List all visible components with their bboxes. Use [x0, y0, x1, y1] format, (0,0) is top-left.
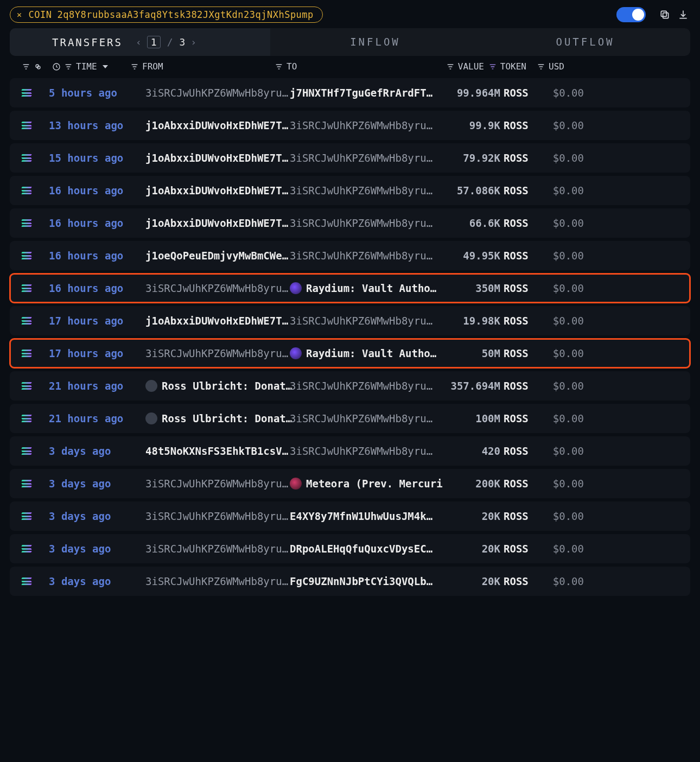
from-cell[interactable]: j1oAbxxiDUWvoHxEDhWE7T…	[145, 119, 290, 131]
chain-cell	[22, 317, 49, 325]
time-cell: 3 days ago	[49, 575, 145, 587]
usd-cell: $0.00	[539, 445, 584, 457]
profile-avatar-icon	[145, 380, 157, 392]
table-row[interactable]: 16 hours ago3iSRCJwUhKPZ6WMwHb8yru…Raydi…	[10, 274, 690, 303]
to-cell[interactable]: 3iSRCJwUhKPZ6WMwHb8yru…	[290, 445, 446, 457]
token-cell: ROSS	[500, 347, 539, 359]
from-cell[interactable]: 3iSRCJwUhKPZ6WMwHb8yru…	[145, 510, 290, 522]
value-cell: 57.086K	[446, 185, 500, 196]
from-cell[interactable]: 48t5NoKXNsFS3EhkTB1csV…	[145, 445, 290, 457]
time-cell: 13 hours ago	[49, 119, 145, 131]
header-value[interactable]: VALUE	[431, 61, 484, 72]
time-cell: 16 hours ago	[49, 185, 145, 196]
solana-chain-icon	[22, 545, 31, 553]
to-cell[interactable]: 3iSRCJwUhKPZ6WMwHb8yru…	[290, 152, 446, 164]
table-row[interactable]: 3 days ago3iSRCJwUhKPZ6WMwHb8yru…Meteora…	[10, 469, 690, 498]
solana-chain-icon	[22, 154, 31, 162]
tabs: TRANSFERS ‹ 1 / 3 › INFLOW OUTFLOW	[10, 28, 690, 56]
close-icon[interactable]: ✕	[16, 10, 23, 20]
header-usd[interactable]: USD	[526, 61, 564, 72]
to-cell[interactable]: 3iSRCJwUhKPZ6WMwHb8yru…	[290, 412, 446, 424]
coin-prefix: COIN	[29, 9, 52, 20]
usd-cell: $0.00	[539, 250, 584, 262]
token-cell: ROSS	[500, 510, 539, 522]
table-row[interactable]: 3 days ago48t5NoKXNsFS3EhkTB1csV…3iSRCJw…	[10, 436, 690, 466]
coin-chip[interactable]: ✕ COIN 2q8Y8rubbsaaA3faq8Ytsk382JXgtKdn2…	[10, 7, 323, 23]
table-row[interactable]: 3 days ago3iSRCJwUhKPZ6WMwHb8yru…E4XY8y7…	[10, 501, 690, 531]
from-cell[interactable]: j1oAbxxiDUWvoHxEDhWE7T…	[145, 217, 290, 229]
chain-cell	[22, 122, 49, 129]
time-cell: 3 days ago	[49, 445, 145, 457]
time-cell: 17 hours ago	[49, 315, 145, 327]
to-cell[interactable]: 3iSRCJwUhKPZ6WMwHb8yru…	[290, 250, 446, 262]
table-row[interactable]: 21 hours agoRoss Ulbricht: Donat…3iSRCJw…	[10, 404, 690, 433]
pager-prev[interactable]: ‹	[133, 36, 144, 48]
to-cell[interactable]: Meteora (Prev. Mercuri	[290, 478, 446, 490]
to-cell[interactable]: j7HNXTHf7TguGefRrArdFT…	[290, 87, 446, 99]
table-row[interactable]: 17 hours ago3iSRCJwUhKPZ6WMwHb8yru…Raydi…	[10, 339, 690, 368]
table-row[interactable]: 15 hours agoj1oAbxxiDUWvoHxEDhWE7T…3iSRC…	[10, 143, 690, 173]
header-to[interactable]: TO	[275, 61, 431, 72]
solana-chain-icon	[22, 317, 31, 325]
header-filter[interactable]	[22, 62, 52, 71]
table-row[interactable]: 17 hours agoj1oAbxxiDUWvoHxEDhWE7T…3iSRC…	[10, 306, 690, 335]
usd-cell: $0.00	[539, 185, 584, 196]
from-cell[interactable]: Ross Ulbricht: Donat…	[145, 412, 290, 424]
to-cell[interactable]: E4XY8y7MfnW1UhwUusJM4k…	[290, 510, 446, 522]
from-cell[interactable]: 3iSRCJwUhKPZ6WMwHb8yru…	[145, 87, 290, 99]
table-row[interactable]: 3 days ago3iSRCJwUhKPZ6WMwHb8yru…FgC9UZN…	[10, 567, 690, 596]
from-cell[interactable]: j1oAbxxiDUWvoHxEDhWE7T…	[145, 185, 290, 196]
time-cell: 16 hours ago	[49, 282, 145, 294]
table-row[interactable]: 16 hours agoj1oAbxxiDUWvoHxEDhWE7T…3iSRC…	[10, 208, 690, 238]
usd-cell: $0.00	[539, 87, 584, 99]
from-cell[interactable]: 3iSRCJwUhKPZ6WMwHb8yru…	[145, 543, 290, 555]
chain-cell	[22, 187, 49, 194]
to-cell[interactable]: 3iSRCJwUhKPZ6WMwHb8yru…	[290, 315, 446, 327]
copy-icon[interactable]	[658, 8, 672, 22]
to-cell[interactable]: 3iSRCJwUhKPZ6WMwHb8yru…	[290, 185, 446, 196]
from-cell[interactable]: 3iSRCJwUhKPZ6WMwHb8yru…	[145, 347, 290, 359]
solana-chain-icon	[22, 219, 31, 227]
top-bar: ✕ COIN 2q8Y8rubbsaaA3faq8Ytsk382JXgtKdn2…	[0, 0, 700, 28]
chain-cell	[22, 350, 49, 357]
to-cell[interactable]: Raydium: Vault Autho…	[290, 282, 446, 294]
to-cell[interactable]: Raydium: Vault Autho…	[290, 347, 446, 359]
toggle-switch[interactable]	[616, 7, 646, 22]
table-row[interactable]: 16 hours agoj1oeQoPeuEDmjvyMwBmCWe…3iSRC…	[10, 241, 690, 270]
header-time[interactable]: TIME	[52, 61, 130, 72]
table-row[interactable]: 16 hours agoj1oAbxxiDUWvoHxEDhWE7T…3iSRC…	[10, 176, 690, 205]
download-icon[interactable]	[676, 8, 690, 22]
from-cell[interactable]: j1oAbxxiDUWvoHxEDhWE7T…	[145, 152, 290, 164]
column-headers: TIME FROM TO VALUE TOKEN USD	[0, 56, 700, 75]
to-cell[interactable]: 3iSRCJwUhKPZ6WMwHb8yru…	[290, 217, 446, 229]
from-cell[interactable]: 3iSRCJwUhKPZ6WMwHb8yru…	[145, 575, 290, 587]
pager-next[interactable]: ›	[188, 36, 199, 48]
table-row[interactable]: 5 hours ago3iSRCJwUhKPZ6WMwHb8yru…j7HNXT…	[10, 78, 690, 107]
to-cell[interactable]: 3iSRCJwUhKPZ6WMwHb8yru…	[290, 119, 446, 131]
value-cell: 200K	[446, 478, 500, 490]
to-cell[interactable]: FgC9UZNnNJbPtCYi3QVQLb…	[290, 575, 446, 587]
usd-cell: $0.00	[539, 412, 584, 424]
table-row[interactable]: 21 hours agoRoss Ulbricht: Donat…3iSRCJw…	[10, 371, 690, 401]
to-cell[interactable]: DRpoALEHqQfuQuxcVDysEC…	[290, 543, 446, 555]
table-row[interactable]: 3 days ago3iSRCJwUhKPZ6WMwHb8yru…DRpoALE…	[10, 534, 690, 563]
profile-avatar-icon	[145, 412, 157, 424]
tab-transfers[interactable]: TRANSFERS ‹ 1 / 3 ›	[10, 28, 270, 56]
header-token[interactable]: TOKEN	[484, 61, 526, 72]
table-row[interactable]: 13 hours agoj1oAbxxiDUWvoHxEDhWE7T…3iSRC…	[10, 111, 690, 140]
to-cell[interactable]: 3iSRCJwUhKPZ6WMwHb8yru…	[290, 380, 446, 392]
pager: ‹ 1 / 3 ›	[133, 36, 199, 48]
from-cell[interactable]: j1oeQoPeuEDmjvyMwBmCWe…	[145, 250, 290, 262]
from-cell[interactable]: Ross Ulbricht: Donat…	[145, 380, 290, 392]
tab-inflow[interactable]: INFLOW	[270, 28, 480, 56]
value-cell: 20K	[446, 510, 500, 522]
token-cell: ROSS	[500, 250, 539, 262]
token-cell: ROSS	[500, 282, 539, 294]
header-from[interactable]: FROM	[130, 61, 275, 72]
from-cell[interactable]: 3iSRCJwUhKPZ6WMwHb8yru…	[145, 282, 290, 294]
from-cell[interactable]: 3iSRCJwUhKPZ6WMwHb8yru…	[145, 478, 290, 490]
time-cell: 15 hours ago	[49, 152, 145, 164]
from-cell[interactable]: j1oAbxxiDUWvoHxEDhWE7T…	[145, 315, 290, 327]
tab-outflow[interactable]: OUTFLOW	[480, 28, 690, 56]
usd-cell: $0.00	[539, 315, 584, 327]
